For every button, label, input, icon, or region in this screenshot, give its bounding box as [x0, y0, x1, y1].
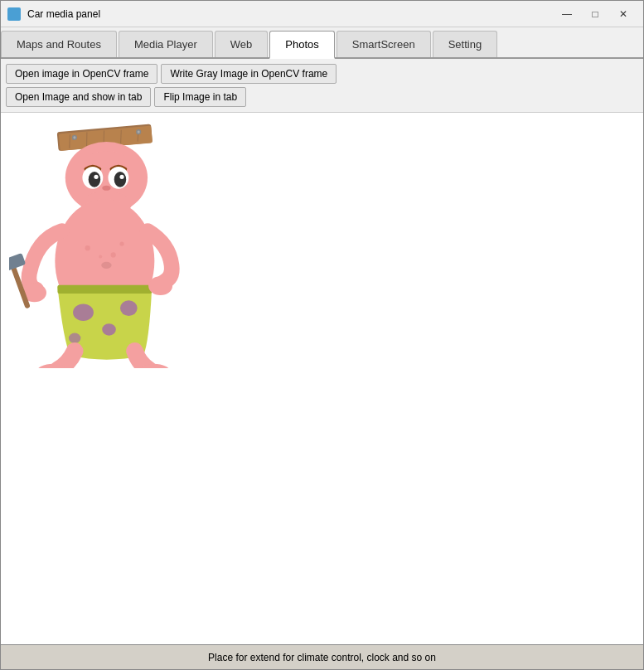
svg-point-40 — [85, 245, 90, 250]
svg-point-42 — [99, 255, 102, 258]
tab-smartscreen[interactable]: SmartScreen — [337, 31, 431, 57]
tab-media[interactable]: Media Player — [119, 31, 213, 57]
tab-web[interactable]: Web — [215, 31, 269, 57]
svg-point-25 — [120, 300, 138, 316]
toolbar-row-2: Open Image and show in tab Flip Image in… — [6, 87, 638, 107]
open-image-opencv-button[interactable]: Open image in OpenCV frame — [6, 64, 157, 84]
minimize-button[interactable]: — — [554, 6, 580, 22]
flip-image-button[interactable]: Flip Image in tab — [154, 87, 246, 107]
patrick-star-image — [9, 119, 183, 368]
svg-point-41 — [119, 241, 123, 245]
svg-point-19 — [102, 186, 110, 191]
main-window: Car media panel — □ ✕ Maps and Routes Me… — [0, 0, 644, 670]
svg-point-23 — [73, 303, 94, 321]
content-area — [1, 113, 643, 644]
svg-rect-27 — [57, 285, 152, 294]
close-button[interactable]: ✕ — [610, 6, 637, 22]
status-text: Place for extend for climate control, cl… — [208, 652, 436, 663]
svg-point-22 — [101, 262, 111, 269]
svg-point-31 — [148, 276, 172, 295]
svg-point-24 — [102, 323, 116, 335]
svg-point-15 — [89, 172, 100, 187]
svg-point-17 — [94, 175, 98, 179]
toolbar-row-1: Open image in OpenCV frame Write Gray Im… — [6, 64, 638, 84]
toolbar: Open image in OpenCV frame Write Gray Im… — [1, 59, 643, 113]
window-controls: — □ ✕ — [554, 6, 637, 22]
tab-bar: Maps and Routes Media Player Web Photos … — [1, 27, 643, 59]
tab-maps[interactable]: Maps and Routes — [1, 31, 117, 57]
svg-point-16 — [114, 172, 126, 187]
open-image-tab-button[interactable]: Open Image and show in tab — [6, 87, 151, 107]
title-bar: Car media panel — □ ✕ — [1, 1, 643, 27]
app-icon — [7, 7, 21, 21]
status-bar: Place for extend for climate control, cl… — [1, 644, 643, 669]
svg-point-18 — [119, 175, 123, 179]
tab-photos[interactable]: Photos — [269, 31, 334, 59]
window-title: Car media panel — [27, 8, 554, 20]
svg-point-43 — [111, 252, 116, 257]
maximize-button[interactable]: □ — [582, 6, 608, 22]
write-gray-image-button[interactable]: Write Gray Image in OpenCV frame — [161, 64, 337, 84]
tab-setting[interactable]: Setting — [433, 31, 497, 57]
svg-point-26 — [69, 333, 80, 343]
